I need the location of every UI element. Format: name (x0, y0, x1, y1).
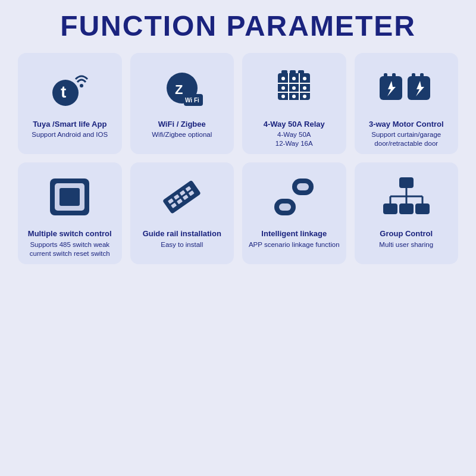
card-switch-sub: Supports 485 switch weak current switch … (23, 240, 117, 258)
svg-point-23 (303, 95, 306, 98)
card-wifi-title: WiFi / Zigbee (158, 120, 206, 129)
svg-point-2 (80, 84, 83, 87)
svg-rect-26 (392, 73, 396, 78)
card-tuya-title: Tuya /Smart life App (33, 120, 107, 129)
group-icon (374, 171, 439, 224)
svg-point-19 (292, 86, 296, 90)
svg-point-21 (281, 95, 285, 98)
card-linkage-title: Intelligent linkage (261, 229, 327, 239)
card-relay-sub: 4-Way 50A 12-Way 16A (275, 130, 313, 148)
svg-rect-34 (60, 188, 80, 206)
svg-rect-25 (384, 73, 387, 78)
card-linkage: Intelligent linkage APP scenario linkage… (242, 162, 346, 264)
card-wifi-sub: Wifi/Zigbee optional (152, 130, 212, 139)
card-group: Group Control Multi user sharing (355, 162, 459, 264)
svg-point-16 (292, 77, 296, 80)
svg-rect-56 (415, 203, 430, 214)
card-relay-title: 4-Way 50A Relay (264, 120, 325, 129)
relay-icon (261, 61, 327, 115)
card-wifi: Z Wi Fi WiFi / Zigbee Wifi/Zigbee option… (130, 53, 234, 154)
svg-rect-52 (383, 203, 397, 214)
svg-rect-30 (420, 73, 424, 78)
tuya-icon: t (37, 61, 102, 115)
wifi-icon: Z Wi Fi (149, 61, 215, 115)
card-switch: Multiple switch control Supports 485 swi… (18, 162, 122, 264)
svg-rect-54 (399, 203, 414, 214)
svg-text:Z: Z (175, 82, 183, 97)
page-title: FUNCTION PARAMETER (60, 11, 416, 42)
svg-text:Wi Fi: Wi Fi (185, 97, 199, 104)
card-motor-title: 3-way Motor Control (369, 120, 444, 129)
svg-point-20 (303, 86, 306, 90)
card-switch-title: Multiple switch control (28, 229, 112, 239)
card-motor-sub: Support curtain/garage door/retractable … (359, 130, 454, 148)
switch-icon (37, 171, 102, 224)
card-tuya: t Tuya /Smart life App Support Android a… (18, 53, 122, 154)
motor-icon (374, 61, 439, 115)
card-motor: 3-way Motor Control Support curtain/gara… (355, 53, 459, 154)
svg-rect-45 (297, 183, 309, 190)
card-relay: 4-Way 50A Relay 4-Way 50A 12-Way 16A (242, 53, 346, 154)
svg-point-15 (281, 77, 285, 80)
svg-point-18 (281, 86, 285, 90)
svg-rect-47 (279, 203, 291, 211)
svg-rect-48 (399, 177, 414, 188)
linkage-icon (261, 171, 327, 224)
card-linkage-sub: APP scenario linkage function (249, 240, 340, 249)
svg-text:t: t (61, 83, 66, 101)
svg-point-22 (292, 95, 296, 98)
card-group-sub: Multi user sharing (379, 240, 433, 249)
svg-rect-29 (412, 73, 415, 78)
card-rail: Guide rail installation Easy to install (130, 162, 234, 264)
rail-icon (149, 171, 215, 224)
page: FUNCTION PARAMETER t Tuya /Smart life Ap… (0, 0, 476, 476)
feature-grid: t Tuya /Smart life App Support Android a… (18, 53, 458, 264)
card-rail-title: Guide rail installation (143, 229, 221, 239)
card-tuya-sub: Support Android and IOS (32, 130, 108, 139)
svg-rect-9 (290, 70, 296, 76)
svg-point-17 (303, 77, 306, 80)
card-rail-sub: Easy to install (161, 240, 203, 249)
card-group-title: Group Control (380, 229, 433, 239)
svg-rect-35 (162, 180, 201, 214)
svg-rect-8 (281, 70, 287, 76)
